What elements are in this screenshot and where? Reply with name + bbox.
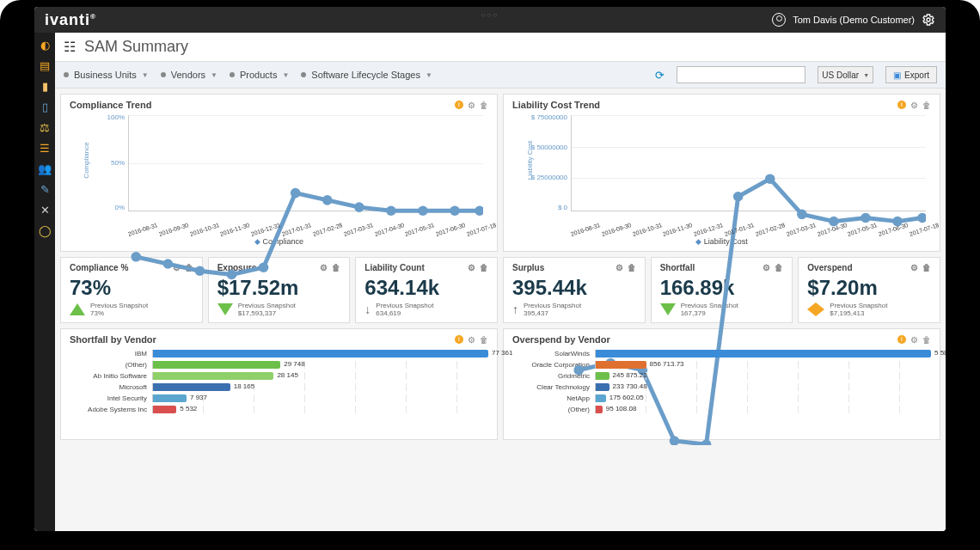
search-input[interactable] (677, 66, 805, 83)
bar-fill (596, 406, 603, 413)
bar-fill (596, 394, 606, 402)
filter-bar: Business Units▼ Vendors▼ Products▼ Softw… (55, 62, 946, 89)
bar-fill (153, 361, 280, 369)
export-icon: ▣ (893, 70, 901, 80)
bar-value: 77 361 (492, 349, 512, 357)
bar-value: 5 532 (180, 405, 197, 412)
svg-point-6 (291, 188, 301, 199)
bar-value: 856 713.73 (650, 360, 684, 368)
panel-title: Compliance Trend (70, 100, 151, 110)
bar-value: 175 602.05 (609, 394, 644, 401)
y-axis-ticks: 100% 50% 0% (85, 113, 125, 211)
x-axis: 2016-08-312016-09-302016-10-312016-11-30… (571, 231, 926, 237)
svg-point-11 (450, 205, 460, 216)
sidebar: ◐ ▤ ▮ ▯ ⚖ ☰ 👥 ✎ ✕ ◯ (34, 33, 55, 531)
filter-lifecycle[interactable]: Software Lifecycle Stages▼ (301, 70, 432, 80)
filter-vendors[interactable]: Vendors▼ (161, 70, 217, 80)
export-button[interactable]: ▣ Export (885, 66, 937, 83)
up-arrow-icon (70, 303, 85, 315)
bar-fill (153, 350, 488, 358)
svg-point-17 (701, 439, 712, 445)
bar-rail: 77 361 (152, 350, 488, 358)
svg-point-12 (475, 205, 483, 216)
nav-server-icon[interactable]: ▤ (38, 58, 52, 72)
bar-fill (596, 350, 931, 358)
svg-point-20 (797, 210, 807, 220)
bar-fill (596, 383, 609, 391)
bar-rail: 7 937 (152, 394, 488, 402)
nav-edit-icon[interactable]: ✎ (38, 182, 52, 196)
bar-fill (596, 361, 646, 369)
list-toggle-icon[interactable]: ☷ (64, 39, 76, 55)
nav-chart-icon[interactable]: ▮ (38, 79, 52, 93)
svg-point-9 (386, 205, 396, 216)
bar-value: 7 937 (190, 394, 207, 401)
settings-icon[interactable] (922, 13, 935, 27)
bar-rail: 233 730.48 (595, 383, 931, 391)
svg-point-24 (917, 213, 926, 223)
bar-rail: 95 108.08 (595, 406, 931, 413)
panel-compliance-trend: Compliance Trend i ⚙ 🗑 Compliance 100% (60, 94, 498, 252)
svg-point-16 (670, 436, 680, 445)
svg-point-13 (573, 365, 584, 376)
svg-point-10 (418, 205, 428, 216)
bar-fill (153, 372, 273, 380)
bar-value: 28 145 (277, 371, 297, 379)
nav-balance-icon[interactable]: ⚖ (38, 120, 52, 134)
nav-circle-icon[interactable]: ◯ (38, 223, 52, 237)
gear-icon[interactable]: ⚙ (468, 101, 475, 110)
user-avatar-icon[interactable] (772, 13, 786, 27)
bar-fill (596, 372, 609, 380)
brand-logo: ivanti® (45, 11, 96, 29)
svg-point-19 (765, 174, 775, 184)
page-title: SAM Summary (84, 38, 188, 56)
delete-icon[interactable]: 🗑 (922, 101, 931, 110)
svg-point-5 (259, 262, 269, 272)
bar-value: 18 165 (234, 382, 254, 390)
nav-people-icon[interactable]: 👥 (38, 162, 52, 175)
currency-select[interactable]: US Dollar (818, 66, 873, 83)
bar-rail: 856 713.73 (595, 361, 931, 369)
up-arrow-icon: ↑ (512, 302, 518, 316)
bar-value: 95 108.08 (606, 405, 637, 412)
y-axis-ticks: $ 75000000 $ 50000000 $ 25000000 $ 0 (528, 113, 567, 211)
nav-dashboard-icon[interactable]: ◐ (38, 38, 52, 52)
x-axis: 2016-08-312016-09-302016-10-312016-11-30… (128, 231, 483, 237)
bar-rail: 18 165 (152, 383, 488, 391)
bar-fill (153, 383, 230, 391)
svg-point-18 (733, 192, 744, 202)
bar-rail: 175 602.05 (595, 394, 931, 402)
bar-rail: 5 532 (152, 406, 488, 413)
delete-icon[interactable]: 🗑 (480, 101, 488, 110)
panel-title: Liability Cost Trend (512, 100, 600, 110)
bar-value: 245 875.23 (613, 371, 647, 379)
camera-dots: ○○○ (481, 11, 499, 19)
info-icon[interactable]: i (455, 101, 463, 109)
bar-value: 5 588 383.76 (934, 349, 946, 357)
svg-point-7 (322, 195, 333, 205)
bar-rail: 29 748 (152, 361, 488, 369)
bar-rail: 5 588 383.76 (595, 350, 931, 358)
bar-fill (153, 394, 187, 402)
nav-tools-icon[interactable]: ✕ (38, 203, 52, 217)
svg-point-4 (227, 270, 237, 280)
svg-point-22 (861, 213, 871, 223)
kpi-label: Surplus (512, 263, 544, 272)
panel-liability-trend: Liability Cost Trend i ⚙ 🗑 Liability Cos… (503, 94, 940, 252)
kpi-label: Compliance % (70, 263, 128, 272)
bar-value: 29 748 (284, 360, 304, 368)
svg-point-2 (163, 259, 174, 269)
bar-value: 233 730.48 (613, 382, 647, 390)
bar-rail: 28 145 (152, 372, 488, 380)
gear-icon[interactable]: ⚙ (910, 101, 918, 110)
filter-products[interactable]: Products▼ (230, 70, 289, 80)
info-icon[interactable]: i (897, 101, 906, 109)
bar-rail: 245 875.23 (595, 372, 931, 380)
user-label[interactable]: Tom Davis (Demo Customer) (793, 15, 915, 25)
refresh-icon[interactable]: ⟳ (655, 69, 665, 82)
nav-list-icon[interactable]: ☰ (38, 141, 52, 155)
svg-point-1 (131, 252, 141, 262)
svg-point-8 (354, 202, 364, 212)
nav-document-icon[interactable]: ▯ (38, 100, 52, 113)
filter-business-units[interactable]: Business Units▼ (64, 70, 149, 80)
